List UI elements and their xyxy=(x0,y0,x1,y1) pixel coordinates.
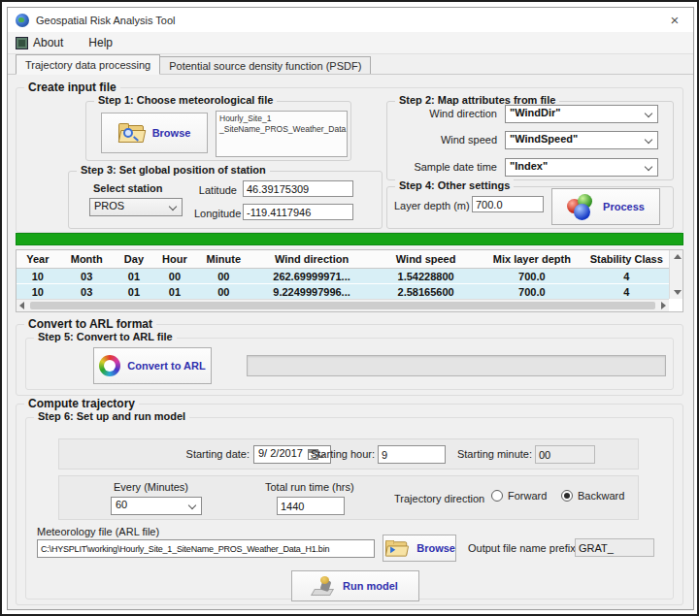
titlebar: Geospatial Risk Analysis Tool × xyxy=(8,8,693,32)
sample-date-time-value: "Index" xyxy=(510,160,548,172)
met-arl-file-label: Meteorology file (ARL file) xyxy=(37,526,159,537)
wind-direction-select[interactable]: "WindDir" xyxy=(505,105,658,123)
table-cell: 262.69999971... xyxy=(251,269,372,283)
rgb-spheres-icon xyxy=(567,194,596,220)
starting-hour-field[interactable] xyxy=(378,445,446,464)
chevron-down-icon xyxy=(169,203,177,211)
column-header[interactable]: Stability Class xyxy=(584,250,669,268)
close-button[interactable]: × xyxy=(664,12,685,28)
menu-help-label: Help xyxy=(88,36,113,49)
vertical-scrollbar[interactable] xyxy=(669,250,682,299)
horizontal-scrollbar[interactable] xyxy=(17,299,669,311)
table-header-row: YearMonthDayHourMinuteWind directionWind… xyxy=(17,250,669,269)
window-title: Geospatial Risk Analysis Tool xyxy=(36,15,175,26)
longitude-label: Longitude xyxy=(194,208,237,219)
wind-speed-value: "WindSpeed" xyxy=(510,133,578,145)
group-create-input-title: Create input file xyxy=(24,81,120,94)
radio-forward[interactable]: Forward xyxy=(491,490,547,502)
step5-title: Step 5: Convert to ARL file xyxy=(34,331,177,342)
screenshot-frame: Geospatial Risk Analysis Tool × About He… xyxy=(0,0,699,616)
step1-title: Step 1: Choose meteorological file xyxy=(94,94,277,106)
starting-date-value: 9/ 2/2017 xyxy=(258,447,303,459)
layer-depth-label: Layer depth (m) xyxy=(394,200,470,211)
color-ring-icon xyxy=(99,355,120,376)
menu-about[interactable]: About xyxy=(16,36,63,49)
chevron-down-icon xyxy=(188,502,196,509)
table-cell: 9.2249997996... xyxy=(251,284,372,299)
output-prefix-label: Output file name prefix xyxy=(468,542,576,554)
table-row[interactable]: 1003010000262.69999971...1.54228800700.0… xyxy=(17,269,669,284)
browse-met-file-button[interactable]: Browse xyxy=(101,113,208,153)
folder-search-icon xyxy=(118,123,146,144)
layer-depth-field[interactable] xyxy=(472,196,544,212)
tabstrip: Trajectory data processing Potential sou… xyxy=(8,54,693,75)
every-minutes-select[interactable]: 60 xyxy=(111,497,202,515)
select-station-label: Select station xyxy=(93,182,163,194)
wind-speed-label: Wind speed xyxy=(392,134,497,146)
met-arl-file-field[interactable] xyxy=(37,539,375,558)
table-cell: 03 xyxy=(59,269,115,283)
column-header[interactable]: Wind speed xyxy=(372,250,480,268)
wind-direction-value: "WindDir" xyxy=(510,107,561,118)
radio-backward-label: Backward xyxy=(578,490,624,502)
process-button[interactable]: Process xyxy=(551,188,660,225)
horizontal-scroll-thumb[interactable] xyxy=(30,302,655,309)
chevron-down-icon xyxy=(645,163,652,171)
latitude-field[interactable] xyxy=(243,180,353,197)
menu-help[interactable]: Help xyxy=(88,36,113,49)
table-row[interactable]: 10030101009.2249997996...2.58165600700.0… xyxy=(17,284,669,299)
menubar: About Help xyxy=(8,32,693,54)
longitude-field[interactable] xyxy=(243,204,353,220)
total-run-time-label: Total run time (hrs) xyxy=(265,481,354,493)
compute-section-title: Compute trajectory xyxy=(24,397,139,410)
column-header[interactable]: Mix layer depth xyxy=(480,250,584,268)
column-header[interactable]: Hour xyxy=(153,250,196,268)
radio-forward-label: Forward xyxy=(508,490,547,502)
table-cell: 03 xyxy=(59,284,115,299)
step6-title: Step 6: Set up and run model xyxy=(34,410,189,422)
column-header[interactable]: Day xyxy=(115,250,153,268)
tab-psdf[interactable]: Potential source density function (PSDF) xyxy=(159,56,371,75)
met-data-table: YearMonthDayHourMinuteWind directionWind… xyxy=(16,249,683,312)
table-cell: 10 xyxy=(17,269,59,283)
column-header[interactable]: Wind direction xyxy=(251,250,372,268)
station-select[interactable]: PROS xyxy=(89,198,183,216)
scroll-down-icon[interactable] xyxy=(674,290,682,295)
chevron-down-icon xyxy=(645,110,652,117)
tab-trajectory-data-processing[interactable]: Trajectory data processing xyxy=(16,54,160,75)
progress-bar-complete xyxy=(16,233,683,245)
column-header[interactable]: Minute xyxy=(196,250,251,268)
table-cell: 700.0 xyxy=(480,284,584,299)
browse-arl-file-button[interactable]: Browse xyxy=(383,535,456,562)
sample-date-time-label: Sample date time xyxy=(392,161,497,173)
run-model-icon xyxy=(313,576,336,596)
wind-direction-label: Wind direction xyxy=(392,108,497,119)
table-body: 1003010000262.69999971...1.54228800700.0… xyxy=(17,269,669,299)
output-prefix-field[interactable] xyxy=(575,538,654,557)
sample-date-time-select[interactable]: "Index" xyxy=(505,158,658,177)
starting-minute-field[interactable] xyxy=(535,445,595,464)
table-grid: YearMonthDayHourMinuteWind directionWind… xyxy=(17,250,669,299)
folder-icon xyxy=(385,539,408,557)
run-model-label: Run model xyxy=(343,580,398,592)
app-icon xyxy=(16,14,29,27)
total-run-time-field[interactable] xyxy=(277,497,345,515)
every-minutes-label: Every (Minutes) xyxy=(114,481,188,493)
table-cell: 01 xyxy=(115,284,153,299)
about-icon xyxy=(16,37,28,49)
scroll-up-icon[interactable] xyxy=(674,254,682,259)
met-csv-filename-box[interactable]: Hourly_Site_1 _SiteName_PROS_Weather_Dat… xyxy=(216,111,348,157)
scroll-right-icon[interactable] xyxy=(661,302,666,309)
latitude-label: Latitude xyxy=(194,184,237,196)
radio-backward[interactable]: Backward xyxy=(561,490,624,502)
scroll-left-icon[interactable] xyxy=(19,302,24,309)
table-cell: 4 xyxy=(584,269,669,283)
convert-to-arl-button[interactable]: Convert to ARL xyxy=(93,347,212,384)
wind-speed-select[interactable]: "WindSpeed" xyxy=(505,131,658,149)
browse-met-file-label: Browse xyxy=(152,127,191,139)
column-header[interactable]: Month xyxy=(59,250,115,268)
column-header[interactable]: Year xyxy=(17,250,59,268)
table-cell: 1.54228800 xyxy=(372,269,480,283)
run-model-button[interactable]: Run model xyxy=(291,570,419,601)
convert-section-title: Convert to ARL format xyxy=(24,317,156,331)
